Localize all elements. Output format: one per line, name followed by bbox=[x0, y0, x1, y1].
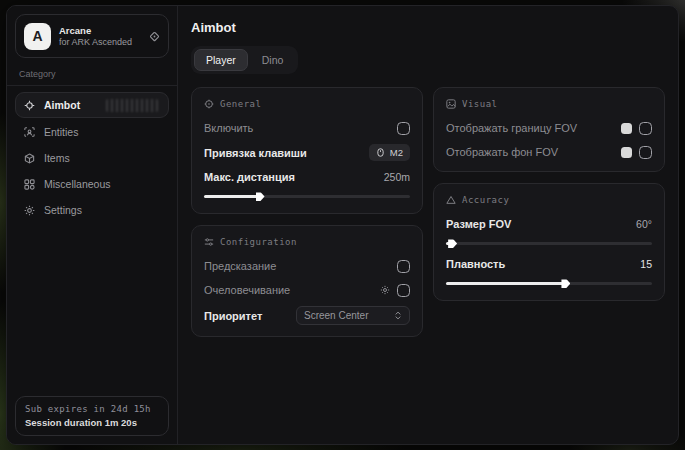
mouse-icon bbox=[376, 148, 385, 157]
gem-icon[interactable] bbox=[149, 31, 160, 42]
keybind-button[interactable]: M2 bbox=[369, 144, 410, 161]
fov-background-color-swatch[interactable] bbox=[621, 147, 632, 158]
chevrons-up-down-icon bbox=[394, 311, 402, 320]
max-distance-slider[interactable] bbox=[204, 195, 410, 198]
sidebar-item-label: Items bbox=[44, 152, 70, 164]
humanize-settings-gear-icon[interactable] bbox=[380, 285, 390, 295]
keybind-label: Привязка клавиши bbox=[204, 147, 307, 159]
fov-border-color-swatch[interactable] bbox=[621, 123, 632, 134]
priority-row: Приоритет Screen Center bbox=[204, 306, 410, 325]
triangle-icon bbox=[446, 195, 456, 205]
max-distance-row: Макс. дистанция 250m bbox=[204, 169, 410, 185]
prediction-checkbox[interactable] bbox=[397, 260, 410, 273]
app-window: A Arcane for ARK Ascended Category Aim bbox=[6, 5, 679, 445]
gear-icon bbox=[24, 205, 35, 216]
humanize-row: Очеловечивание bbox=[204, 282, 410, 298]
fov-border-row: Отображать границу FOV bbox=[446, 120, 652, 136]
prediction-label: Предсказание bbox=[204, 260, 276, 272]
app-subtitle: for ARK Ascended bbox=[59, 37, 132, 47]
slider-thumb[interactable] bbox=[448, 239, 457, 248]
sidebar-item-label: Aimbot bbox=[44, 99, 80, 111]
fov-size-row: Размер FOV 60° bbox=[446, 216, 652, 232]
smoothness-slider[interactable] bbox=[446, 282, 652, 285]
sidebar: A Arcane for ARK Ascended Category Aim bbox=[7, 6, 178, 444]
enable-checkbox[interactable] bbox=[397, 122, 410, 135]
grid-icon bbox=[24, 179, 35, 190]
tab-bar: Player Dino bbox=[191, 46, 298, 74]
crosshair-icon bbox=[24, 100, 35, 111]
user-watermark bbox=[106, 99, 158, 112]
enable-label: Включить bbox=[204, 122, 253, 134]
sidebar-item-label: Settings bbox=[44, 204, 82, 216]
priority-value: Screen Center bbox=[304, 310, 368, 321]
fov-background-row: Отображать фон FOV bbox=[446, 144, 652, 160]
accuracy-card: Accuracy Размер FOV 60° Плавность 15 bbox=[433, 183, 665, 301]
fov-border-label: Отображать границу FOV bbox=[446, 122, 577, 134]
prediction-row: Предсказание bbox=[204, 258, 410, 274]
max-distance-value: 250m bbox=[384, 171, 410, 183]
general-card: General Включить Привязка клавиши bbox=[191, 87, 423, 214]
humanize-checkbox[interactable] bbox=[397, 284, 410, 297]
fov-size-value: 60° bbox=[636, 218, 652, 230]
fov-background-checkbox[interactable] bbox=[639, 146, 652, 159]
sidebar-item-settings[interactable]: Settings bbox=[15, 198, 169, 222]
session-duration-text: Session duration 1m 20s bbox=[25, 417, 159, 428]
slider-thumb[interactable] bbox=[561, 279, 570, 288]
card-title: Accuracy bbox=[462, 195, 509, 205]
tab-player[interactable]: Player bbox=[194, 49, 248, 71]
keybind-row: Привязка клавиши M2 bbox=[204, 144, 410, 161]
card-title: Configuration bbox=[220, 237, 297, 247]
sidebar-item-entities[interactable]: Entities bbox=[15, 120, 169, 144]
target-person-icon bbox=[204, 99, 214, 109]
priority-dropdown[interactable]: Screen Center bbox=[296, 306, 410, 325]
configuration-card: Configuration Предсказание Очеловечивани… bbox=[191, 225, 423, 337]
subscription-card: Sub expires in 24d 15h Session duration … bbox=[15, 396, 169, 436]
sidebar-item-items[interactable]: Items bbox=[15, 146, 169, 170]
main-panel: Aimbot Player Dino General bbox=[178, 6, 678, 444]
fov-background-label: Отображать фон FOV bbox=[446, 146, 558, 158]
max-distance-label: Макс. дистанция bbox=[204, 171, 295, 183]
humanize-label: Очеловечивание bbox=[204, 284, 290, 296]
image-icon bbox=[446, 99, 456, 109]
sidebar-nav: Aimbot Entities Items bbox=[15, 92, 169, 222]
fov-size-slider[interactable] bbox=[446, 242, 652, 245]
sidebar-item-label: Miscellaneous bbox=[44, 178, 111, 190]
scan-person-icon bbox=[24, 127, 35, 138]
tab-dino[interactable]: Dino bbox=[250, 49, 296, 71]
visual-card: Visual Отображать границу FOV Отображать… bbox=[433, 87, 665, 172]
smoothness-label: Плавность bbox=[446, 258, 505, 270]
sidebar-item-miscellaneous[interactable]: Miscellaneous bbox=[15, 172, 169, 196]
smoothness-value: 15 bbox=[640, 258, 652, 270]
app-name: Arcane bbox=[59, 25, 132, 36]
page-title: Aimbot bbox=[191, 20, 665, 35]
category-label: Category bbox=[19, 69, 165, 79]
brand-card: A Arcane for ARK Ascended bbox=[15, 14, 169, 58]
sidebar-item-aimbot[interactable]: Aimbot bbox=[15, 92, 169, 118]
enable-row: Включить bbox=[204, 120, 410, 136]
sidebar-divider bbox=[7, 85, 177, 86]
slider-thumb[interactable] bbox=[256, 192, 265, 201]
package-icon bbox=[24, 153, 35, 164]
priority-label: Приоритет bbox=[204, 310, 262, 322]
tune-icon bbox=[204, 237, 214, 247]
fov-border-checkbox[interactable] bbox=[639, 122, 652, 135]
sidebar-item-label: Entities bbox=[44, 126, 78, 138]
smoothness-row: Плавность 15 bbox=[446, 256, 652, 272]
fov-size-label: Размер FOV bbox=[446, 218, 511, 230]
card-title: Visual bbox=[462, 99, 498, 109]
app-logo: A bbox=[24, 23, 51, 50]
card-title: General bbox=[220, 99, 261, 109]
sub-expires-text: Sub expires in 24d 15h bbox=[25, 404, 159, 414]
keybind-value: M2 bbox=[390, 147, 403, 158]
